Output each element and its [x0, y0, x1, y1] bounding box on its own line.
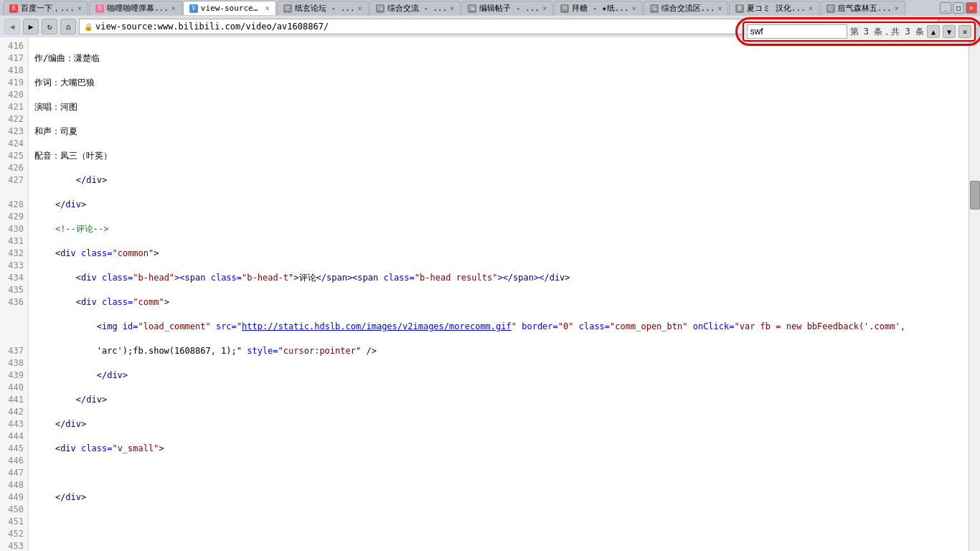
address-text: view-source:www.bilibili.com/video/av160…: [95, 22, 329, 32]
code-line: 配音：凤三（叶英）: [34, 150, 963, 162]
reload-button[interactable]: ↻: [42, 19, 57, 34]
tab-baidu[interactable]: B 百度一下，... ×: [3, 1, 88, 15]
tab-label-zonghe2: 综合交流区...: [661, 3, 715, 14]
source-content: 4164174184194204214224234244254264274284…: [0, 37, 980, 551]
tab-xiacomi[interactable]: 夏 夏コミ 汉化... ×: [729, 1, 819, 15]
code-area[interactable]: 作/编曲：潇楚临 作词：大嘴巴狼 演唱：河图 和声：司夏 配音：凤三（叶英） <…: [29, 37, 969, 551]
tab-label-baidu: 百度一下，...: [21, 3, 75, 14]
tab-label-xiacomi: 夏コミ 汉化...: [747, 3, 806, 14]
code-line: </div>: [34, 394, 963, 406]
tab-label-dou: 痘气森林五...: [838, 3, 892, 14]
tab-close-zhixuan[interactable]: ×: [358, 4, 362, 12]
tab-icon-zonghe2: 综: [650, 4, 659, 13]
close-button[interactable]: ✕: [966, 2, 977, 14]
code-line: [34, 540, 963, 551]
code-line: <!--评论-->: [34, 223, 963, 235]
tab-close-edit[interactable]: ×: [542, 4, 547, 12]
tab-bar: B 百度一下，... × B 啪哩啪哩弹幕... × V view-source…: [3, 1, 940, 15]
search-prev-button[interactable]: ▲: [927, 25, 940, 38]
tab-icon-zonghe: 综: [376, 4, 385, 13]
find-bar: 第 3 条，共 3 条 ▲ ▼ ✕: [743, 22, 976, 42]
tab-close-zonghe[interactable]: ×: [450, 4, 454, 12]
tab-icon-zhixuan: 纸: [283, 4, 292, 13]
home-button[interactable]: ⌂: [60, 19, 76, 34]
tab-bilibili[interactable]: B 啪哩啪哩弹幕... ×: [89, 1, 182, 15]
tab-viewsource[interactable]: V view-source:... ×: [183, 1, 276, 15]
search-count: 第 3 条，共 3 条: [850, 26, 924, 38]
tab-close-xiacomi[interactable]: ×: [809, 4, 813, 12]
code-line: </div>: [34, 174, 963, 187]
forward-button[interactable]: ▶: [23, 19, 39, 34]
tab-icon-baidu: B: [9, 4, 18, 13]
tab-zonghe2[interactable]: 综 综合交流区... ×: [644, 1, 729, 15]
tab-close-bilibili[interactable]: ×: [171, 4, 176, 12]
tab-label-edit: 编辑帖子 - ...: [479, 3, 540, 14]
tab-label-zhixuan: 纸玄论坛 - ...: [295, 3, 355, 14]
tab-icon-xiacomi: 夏: [735, 4, 744, 13]
source-view: 4164174184194204214224234244254264274284…: [0, 37, 980, 551]
minimize-button[interactable]: _: [940, 2, 951, 14]
scrollbar-thumb[interactable]: [970, 181, 980, 209]
code-line: [34, 467, 963, 479]
code-line: 作词：大嘴巴狼: [34, 77, 963, 89]
tab-label-bilibili: 啪哩啪哩弹幕...: [107, 3, 169, 14]
code-line: 和声：司夏: [34, 126, 963, 138]
tab-icon-baitang: 拜: [560, 4, 569, 13]
code-line: 演唱：河图: [34, 101, 963, 113]
tab-close-baidu[interactable]: ×: [77, 4, 82, 12]
tab-icon-edit: 编: [468, 4, 476, 13]
tab-icon-viewsource: V: [189, 4, 198, 13]
code-line: </div>: [34, 418, 963, 430]
code-line: <div class="v_small">: [34, 443, 963, 455]
search-next-button[interactable]: ▼: [943, 25, 956, 38]
code-line: 作/编曲：潇楚临: [34, 52, 963, 65]
code-line: </div>: [34, 199, 963, 211]
code-line: <div class="common">: [34, 248, 963, 260]
window-controls: _ □ ✕: [940, 2, 977, 14]
code-line: <img id="load_comment" src="http://stati…: [34, 321, 963, 333]
code-line: 'arc');fb.show(1608867, 1);" style="curs…: [34, 345, 963, 357]
tab-baitang[interactable]: 拜 拜糖 - ★纸... ×: [554, 1, 642, 15]
back-button[interactable]: ◀: [4, 19, 20, 34]
code-line: </div>: [34, 491, 963, 504]
line-numbers: 4164174184194204214224234244254264274284…: [0, 37, 29, 551]
code-line: [34, 516, 963, 528]
title-bar: B 百度一下，... × B 啪哩啪哩弹幕... × V view-source…: [0, 0, 980, 16]
code-line: </div>: [34, 369, 963, 382]
tab-dou[interactable]: 痘 痘气森林五... ×: [820, 1, 905, 15]
code-line: <div class="b-head"><span class="b-head-…: [34, 272, 963, 284]
tab-label-baitang: 拜糖 - ★纸...: [572, 3, 628, 14]
tab-close-zonghe2[interactable]: ×: [717, 4, 722, 12]
search-close-button[interactable]: ✕: [958, 25, 971, 38]
search-input[interactable]: [747, 24, 847, 39]
address-lock-icon: 🔒: [84, 23, 93, 31]
tab-zhixuan[interactable]: 纸 纸玄论坛 - ... ×: [277, 1, 369, 15]
tab-close-dou[interactable]: ×: [895, 4, 899, 12]
scrollbar-track[interactable]: [969, 37, 980, 551]
tab-label-zonghe: 综合交流 - ...: [387, 3, 448, 14]
code-line: <div class="comm">: [34, 296, 963, 309]
tab-zonghe[interactable]: 综 综合交流 - ... ×: [369, 1, 461, 15]
tab-icon-dou: 痘: [826, 4, 835, 13]
tab-icon-bilibili: B: [95, 4, 104, 13]
maximize-button[interactable]: □: [953, 2, 964, 14]
tab-edit[interactable]: 编 编辑帖子 - ... ×: [461, 1, 553, 15]
tab-label-viewsource: view-source:...: [201, 4, 263, 13]
tab-close-baitang[interactable]: ×: [632, 4, 636, 12]
tab-close-viewsource[interactable]: ×: [265, 4, 270, 12]
